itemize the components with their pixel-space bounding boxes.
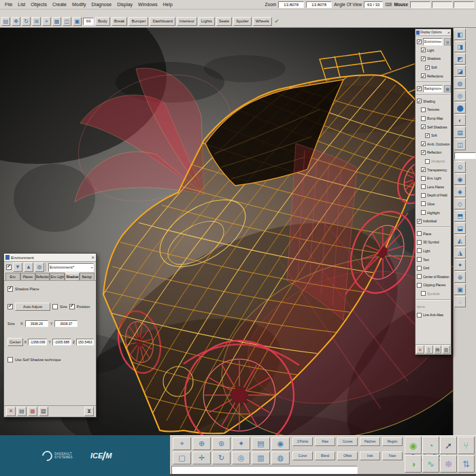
material-icon[interactable]: ▤ [454, 126, 466, 138]
ruler-tool-icon[interactable]: ▥ [252, 452, 270, 464]
dot-icon[interactable]: ◌ [454, 296, 466, 307]
light-checkbox[interactable] [421, 48, 426, 52]
globe-tool-icon[interactable]: ◎ [232, 452, 250, 464]
sphere1-tool-icon[interactable]: ◍ [271, 452, 290, 464]
arrow-curve-tool-icon[interactable]: ➚ [440, 437, 457, 454]
soft-checkbox[interactable] [425, 133, 430, 138]
tab-env-light[interactable]: Env. Light [50, 273, 65, 280]
symbols-checkbox[interactable] [421, 291, 426, 296]
close-icon[interactable]: ✕ [91, 255, 95, 260]
tab-env[interactable]: Env. [5, 273, 20, 280]
loop-tool-icon[interactable]: ↻ [212, 452, 231, 464]
individual-checkbox[interactable] [417, 219, 422, 224]
menu-create[interactable]: Create [50, 1, 69, 7]
part-tab-seats[interactable]: Seats [216, 17, 232, 26]
environment-enable-checkbox[interactable] [6, 265, 12, 270]
save-view-icon[interactable]: ▯ [425, 345, 433, 354]
display-option-shadows[interactable]: Shadows [415, 54, 451, 63]
lightbulb-icon[interactable]: ◍ [454, 78, 466, 89]
env-ball-icon[interactable]: ⊙ [454, 161, 466, 173]
green-sphere-tool-icon[interactable]: ◉ [405, 437, 422, 454]
button-offset-3[interactable]: Offset [337, 452, 358, 460]
display-option-analyze[interactable]: (Analyze) [415, 157, 451, 166]
apply-check-icon[interactable]: ✔ [275, 18, 279, 24]
button-blend-2[interactable]: Blend [315, 452, 335, 460]
zoom-y-field[interactable] [306, 1, 332, 8]
menu-file[interactable]: File [2, 1, 15, 7]
display-option-individual[interactable]: Individual [415, 217, 451, 226]
display-option-highlight[interactable]: Highlight [415, 208, 451, 217]
environment-icon[interactable]: ◍ [444, 38, 451, 46]
part-tab-lights[interactable]: Lights [199, 17, 215, 26]
button-face-5[interactable]: Face [382, 452, 403, 460]
highlight-checkbox[interactable] [421, 210, 426, 215]
points-tool-icon[interactable]: ⌖ [173, 437, 191, 450]
reflections-checkbox[interactable] [421, 73, 426, 78]
fork-tool-icon[interactable]: ⑂ [458, 437, 475, 454]
burst-tool-icon[interactable]: ❊ [440, 455, 457, 473]
copy-view-icon[interactable]: ▤ [434, 345, 442, 354]
display-option-background[interactable]: Background*▾▦ [415, 84, 451, 93]
layer-tool-icon[interactable]: ▦ [52, 17, 61, 26]
grid-ball-icon[interactable]: ▣ [454, 284, 466, 295]
bottom-shade-icon[interactable]: ⬓ [454, 222, 466, 234]
background-icon[interactable]: ▦ [444, 85, 451, 92]
lens-flares-checkbox[interactable] [421, 184, 426, 189]
cone-down-icon[interactable]: ◮ [454, 247, 466, 258]
gem-icon[interactable]: ◈ [454, 186, 466, 197]
wire-icon[interactable]: ◇ [454, 198, 466, 209]
plus-icon[interactable]: ⊕ [454, 271, 466, 283]
half-render-icon[interactable]: ◐ [454, 114, 466, 126]
scale-tool-icon[interactable]: ⊞ [32, 17, 41, 26]
display-option-textures[interactable]: Textures [415, 105, 451, 114]
textures-checkbox[interactable] [421, 107, 426, 112]
part-tab-wheels[interactable]: Wheels [253, 17, 272, 26]
button-inlet-4[interactable]: Inlet [360, 452, 380, 460]
part-tab-bumper[interactable]: Bumper [129, 17, 148, 26]
position-checkbox[interactable] [69, 304, 75, 309]
display-option-light[interactable]: Light [415, 46, 451, 55]
tab-shadow[interactable]: Shadow [65, 273, 80, 280]
display-option-line-anti-alias[interactable]: Line Anti-Alias [415, 311, 451, 320]
environment-dropdown[interactable]: Environment* ▾ [48, 263, 94, 272]
background-checkbox[interactable] [417, 86, 422, 91]
menu-diagnose[interactable]: Diagnose [89, 1, 115, 7]
display-option-self-shadows[interactable]: Self Shadows [415, 122, 451, 131]
button-curve-1[interactable]: Curve [292, 452, 313, 460]
button-3-points[interactable]: 3 Points [292, 437, 313, 446]
display-option-soft[interactable]: Soft [415, 63, 451, 72]
self-shadows-checkbox[interactable] [421, 124, 426, 129]
display-option-soft[interactable]: Soft [415, 131, 451, 140]
ball-tool-icon[interactable]: ◉ [271, 437, 290, 450]
shading-checkbox[interactable] [417, 99, 422, 103]
size-checkbox[interactable] [52, 304, 58, 309]
lamp-icon[interactable]: ◎ [454, 90, 466, 101]
display-option-items[interactable]: Items [415, 302, 451, 311]
select-tool-icon[interactable]: ▤ [1, 17, 10, 26]
center-y-field[interactable] [52, 339, 71, 345]
part-tab-body[interactable]: Body [95, 17, 110, 26]
light-checkbox[interactable] [417, 248, 422, 253]
display-option-lens-flares[interactable]: Lens Flares [415, 183, 451, 192]
reset-view-icon[interactable]: ▥ [442, 345, 450, 354]
close-dialog-icon[interactable]: ✕ [6, 407, 16, 416]
star-icon[interactable]: ✦ [454, 259, 466, 271]
busy-icon[interactable]: ⧗ [84, 407, 94, 416]
tab-planes[interactable]: Planes [20, 273, 35, 280]
refresh-icon[interactable]: ▧ [39, 407, 48, 416]
display-option-reflection[interactable]: Reflection [415, 148, 451, 157]
green-half-tool-icon[interactable]: ◑ [405, 455, 422, 473]
display-option-symbols[interactable]: Symbols [415, 290, 451, 299]
cone-up-icon[interactable]: ◭ [454, 235, 466, 246]
display-option-env-light[interactable]: Env. Light [415, 174, 451, 183]
display-option-reflections[interactable]: Reflections [415, 71, 451, 80]
tab-reflection[interactable]: Reflection [35, 273, 50, 280]
menu-help[interactable]: Help [160, 1, 175, 7]
save-env-icon[interactable]: ▼ [13, 262, 22, 272]
rotate-tool-icon[interactable]: ↻ [22, 17, 31, 26]
menu-windows[interactable]: Windows [135, 1, 160, 7]
soft-checkbox[interactable] [425, 65, 430, 70]
sphere-render-icon[interactable]: ⬤ [454, 102, 466, 114]
auto-adjust-button[interactable]: Auto Adjust [15, 303, 50, 311]
display-option-text[interactable]: Text [415, 255, 451, 264]
